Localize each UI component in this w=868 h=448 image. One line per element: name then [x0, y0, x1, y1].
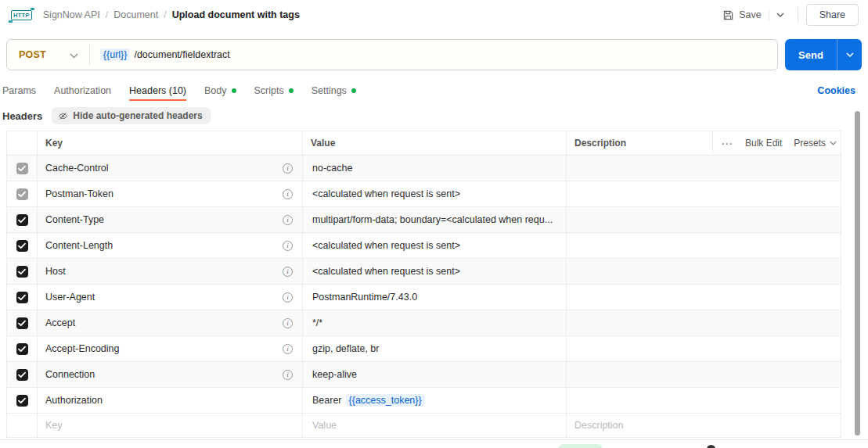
value-input[interactable]: Value	[312, 420, 337, 431]
header-key[interactable]: Connection	[45, 369, 95, 380]
header-row-checkbox[interactable]	[16, 214, 28, 226]
topbar-divider	[798, 7, 798, 23]
info-icon[interactable]: i	[283, 163, 293, 174]
header-row: Cache-Controlino-cache	[7, 155, 841, 181]
tab-authorization[interactable]: Authorization	[54, 80, 111, 101]
description-cell[interactable]	[567, 362, 842, 387]
chevron-down-icon	[70, 53, 78, 59]
header-key[interactable]: Authorization	[45, 395, 103, 406]
key-input[interactable]: Key	[45, 420, 63, 431]
url-path[interactable]: /document/fieldextract	[134, 49, 229, 60]
tab-settings[interactable]: Settings	[312, 80, 356, 101]
share-button[interactable]: Share	[806, 4, 859, 26]
info-icon[interactable]: i	[283, 241, 293, 251]
header-value[interactable]: keep-alive	[312, 369, 357, 380]
breadcrumb-item[interactable]: Document	[113, 9, 158, 20]
description-cell[interactable]	[567, 259, 842, 284]
save-button-label: Save	[739, 9, 762, 20]
header-row-empty: KeyValueDescription	[7, 413, 841, 437]
info-icon[interactable]: i	[283, 267, 293, 277]
eye-slash-icon	[58, 111, 68, 121]
description-cell[interactable]	[567, 207, 842, 232]
header-row-checkbox[interactable]	[16, 369, 28, 381]
breadcrumb: SignNow API/Document/Upload document wit…	[43, 9, 300, 20]
info-icon[interactable]: i	[283, 344, 293, 354]
tab-label: Headers (10)	[129, 85, 186, 96]
header-value[interactable]: PostmanRuntime/7.43.0	[312, 292, 417, 303]
tab-headers[interactable]: Headers (10)	[129, 80, 186, 101]
method-selector[interactable]: POST	[7, 49, 46, 60]
header-row: Content-Lengthi<calculated when request …	[7, 232, 841, 258]
request-tabs: ParamsAuthorizationHeaders (10)BodyScrip…	[0, 80, 868, 101]
header-value[interactable]: multipart/form-data; boundary=<calculate…	[312, 214, 553, 225]
checkbox-cell	[7, 414, 38, 437]
send-options-button[interactable]	[837, 39, 862, 70]
description-cell[interactable]	[567, 285, 842, 310]
tab-scripts[interactable]: Scripts	[254, 80, 294, 101]
header-key[interactable]: Accept-Encoding	[45, 343, 120, 354]
breadcrumb-item[interactable]: Upload document with tags	[172, 9, 300, 20]
chevron-down-icon	[776, 13, 784, 17]
header-value[interactable]: */*	[312, 317, 322, 328]
description-input[interactable]: Description	[574, 420, 624, 431]
checkbox-cell	[7, 310, 38, 335]
header-row-checkbox[interactable]	[16, 395, 28, 407]
description-cell[interactable]	[567, 233, 842, 258]
header-key[interactable]: Postman-Token	[45, 188, 113, 199]
info-icon[interactable]: i	[283, 318, 293, 328]
info-icon[interactable]: i	[283, 370, 293, 380]
request-bar: POST {{url}} /document/fieldextract Send	[6, 39, 862, 70]
header-key[interactable]: Content-Length	[45, 240, 113, 251]
description-cell[interactable]	[567, 181, 842, 206]
header-value[interactable]: <calculated when request is sent>	[312, 266, 460, 277]
header-row-checkbox[interactable]	[16, 240, 28, 252]
tab-params[interactable]: Params	[2, 80, 36, 101]
header-row-checkbox[interactable]	[16, 317, 28, 329]
bulk-edit-button[interactable]: Bulk Edit	[745, 138, 782, 149]
header-row-checkbox[interactable]	[16, 292, 28, 303]
header-key[interactable]: Accept	[45, 317, 75, 328]
url-input[interactable]: {{url}} /document/fieldextract	[100, 48, 230, 61]
header-key[interactable]: Cache-Control	[45, 163, 109, 174]
header-value[interactable]: gzip, deflate, br	[312, 343, 379, 354]
header-value[interactable]: Bearer	[312, 395, 342, 406]
vertical-scrollbar[interactable]	[855, 111, 860, 435]
method-dropdown-button[interactable]	[70, 53, 78, 59]
info-icon[interactable]: i	[283, 189, 293, 199]
description-cell[interactable]	[567, 336, 842, 361]
header-key[interactable]: Content-Type	[45, 214, 104, 225]
header-value[interactable]: no-cache	[312, 163, 352, 174]
breadcrumb-item[interactable]: SignNow API	[43, 9, 100, 20]
url-variable[interactable]: {{url}}	[100, 48, 131, 61]
cookies-link[interactable]: Cookies	[817, 85, 855, 96]
more-actions-icon[interactable]: ⋯	[721, 138, 733, 149]
presets-dropdown[interactable]: Presets	[794, 138, 837, 149]
description-cell[interactable]	[567, 156, 842, 181]
value-variable[interactable]: {{access_token}}	[346, 394, 425, 407]
save-options-button[interactable]	[769, 9, 791, 21]
presets-label: Presets	[794, 138, 826, 149]
description-cell[interactable]	[567, 388, 842, 413]
header-row: Content-Typeimultipart/form-data; bounda…	[7, 206, 841, 232]
send-button[interactable]: Send	[785, 39, 837, 70]
header-value[interactable]: <calculated when request is sent>	[312, 240, 460, 251]
headers-section-header: Headers Hide auto-generated headers	[2, 106, 868, 125]
header-row-checkbox[interactable]	[16, 343, 28, 355]
header-row-checkbox[interactable]	[16, 163, 28, 174]
header-key[interactable]: User-Agent	[45, 292, 95, 303]
header-row-checkbox[interactable]	[16, 266, 28, 278]
info-icon[interactable]: i	[283, 292, 293, 303]
green-dot-icon	[289, 88, 294, 93]
header-row-checkbox[interactable]	[16, 188, 28, 200]
http-badge-text: HTTP	[11, 10, 32, 20]
topbar: HTTP SignNow API/Document/Upload documen…	[0, 0, 868, 30]
save-button[interactable]: Save	[715, 5, 769, 25]
info-icon[interactable]: i	[283, 215, 293, 225]
hide-auto-generated-headers-button[interactable]: Hide auto-generated headers	[52, 107, 210, 124]
tab-body[interactable]: Body	[204, 80, 236, 101]
header-value[interactable]: <calculated when request is sent>	[312, 188, 460, 199]
description-cell[interactable]	[567, 310, 842, 335]
cutoff-green-pill	[558, 444, 603, 448]
check-icon	[18, 371, 26, 378]
header-key[interactable]: Host	[45, 266, 66, 277]
